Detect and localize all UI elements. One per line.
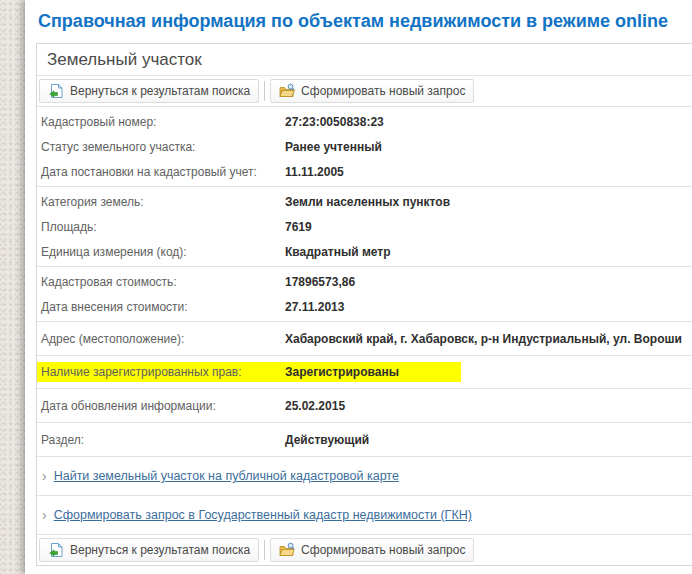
link-row-public-map: › Найти земельный участок на публичной к… xyxy=(37,456,692,495)
field-group-land: Категория земель: Земли населенных пункт… xyxy=(37,186,692,266)
field-group-rights: Наличие зарегистрированных прав: Зарегис… xyxy=(37,355,692,388)
field-group-address: Адрес (местоположение): Хабаровский край… xyxy=(37,321,692,355)
field-value: Зарегистрированы xyxy=(285,365,399,379)
field-value: Ранее учтенный xyxy=(285,140,382,154)
field-value: 25.02.2015 xyxy=(285,399,345,413)
top-toolbar: Вернуться к результатам поиска Сформиров… xyxy=(37,76,692,107)
field-label: Наличие зарегистрированных прав: xyxy=(41,365,285,379)
field-group-updated: Дата обновления информации: 25.02.2015 xyxy=(37,388,692,422)
back-to-results-label: Вернуться к результатам поиска xyxy=(70,543,250,557)
gkn-request-link[interactable]: Сформировать запрос в Государственный ка… xyxy=(54,508,472,522)
field-row-cadastral-number: Кадастровый номер: 27:23:0050838:23 xyxy=(37,109,692,134)
field-row-cadastral-cost: Кадастровая стоимость: 17896573,86 xyxy=(37,269,692,294)
toolbar-separator xyxy=(264,81,265,101)
field-group-cost: Кадастровая стоимость: 17896573,86 Дата … xyxy=(37,266,692,321)
field-group-cadastre: Кадастровый номер: 27:23:0050838:23 Стат… xyxy=(37,107,692,186)
field-label: Дата обновления информации: xyxy=(41,399,285,413)
toolbar-separator xyxy=(264,540,265,560)
field-row-unit: Единица измерения (код): Квадратный метр xyxy=(37,239,692,264)
field-label: Категория земель: xyxy=(41,195,285,209)
field-label: Статус земельного участка: xyxy=(41,140,285,154)
field-row-registered-rights: Наличие зарегистрированных прав: Зарегис… xyxy=(37,362,461,382)
public-cadastral-map-link[interactable]: Найти земельный участок на публичной кад… xyxy=(54,469,399,483)
panel-title: Земельный участок xyxy=(37,44,692,76)
chevron-right-icon: › xyxy=(42,470,47,482)
field-row-update-date: Дата обновления информации: 25.02.2015 xyxy=(37,393,692,418)
chevron-right-icon: › xyxy=(42,509,47,521)
field-label: Кадастровый номер: xyxy=(41,115,285,129)
field-value: 7619 xyxy=(285,220,312,234)
field-label: Дата постановки на кадастровый учет: xyxy=(41,165,285,179)
link-row-gkn-request: › Сформировать запрос в Государственный … xyxy=(37,495,692,534)
return-page-icon xyxy=(48,542,64,558)
return-page-icon xyxy=(48,83,64,99)
field-group-section: Раздел: Действующий xyxy=(37,422,692,456)
new-request-label: Сформировать новый запрос xyxy=(301,84,465,98)
field-row-section: Раздел: Действующий xyxy=(37,427,692,452)
field-value: 27.11.2013 xyxy=(285,300,344,314)
field-row-cost-date: Дата внесения стоимости: 27.11.2013 xyxy=(37,294,692,319)
field-value: 27:23:0050838:23 xyxy=(285,115,384,129)
new-request-folder-icon xyxy=(279,83,295,99)
field-label: Единица измерения (код): xyxy=(41,245,285,259)
land-parcel-panel: Земельный участок Вернуться к результата… xyxy=(36,43,692,566)
back-to-results-button[interactable]: Вернуться к результатам поиска xyxy=(39,538,259,562)
field-value: 11.11.2005 xyxy=(285,165,344,179)
page-title: Справочная информация по объектам недвиж… xyxy=(38,11,692,32)
new-request-folder-icon xyxy=(279,542,295,558)
new-request-button[interactable]: Сформировать новый запрос xyxy=(270,79,474,103)
field-label: Адрес (местоположение): xyxy=(41,332,285,346)
field-label: Раздел: xyxy=(41,433,285,447)
field-row-category: Категория земель: Земли населенных пункт… xyxy=(37,189,692,214)
new-request-button[interactable]: Сформировать новый запрос xyxy=(270,538,474,562)
bottom-toolbar: Вернуться к результатам поиска Сформиров… xyxy=(37,534,692,565)
field-value: Действующий xyxy=(285,433,369,447)
field-value: Земли населенных пунктов xyxy=(285,195,450,209)
field-label: Кадастровая стоимость: xyxy=(41,275,285,289)
back-to-results-button[interactable]: Вернуться к результатам поиска xyxy=(39,79,259,103)
field-value: Хабаровский край, г. Хабаровск, р-н Инду… xyxy=(285,332,682,346)
field-row-registration-date: Дата постановки на кадастровый учет: 11.… xyxy=(37,159,692,184)
field-value: 17896573,86 xyxy=(285,275,355,289)
new-request-label: Сформировать новый запрос xyxy=(301,543,465,557)
field-row-address: Адрес (местоположение): Хабаровский край… xyxy=(37,326,692,351)
back-to-results-label: Вернуться к результатам поиска xyxy=(70,84,250,98)
field-row-area: Площадь: 7619 xyxy=(37,214,692,239)
field-label: Дата внесения стоимости: xyxy=(41,300,285,314)
field-label: Площадь: xyxy=(41,220,285,234)
field-row-status: Статус земельного участка: Ранее учтенны… xyxy=(37,134,692,159)
field-list: Кадастровый номер: 27:23:0050838:23 Стат… xyxy=(37,107,692,456)
field-value: Квадратный метр xyxy=(285,245,391,259)
content-page: Справочная информация по объектам недвиж… xyxy=(25,0,692,574)
